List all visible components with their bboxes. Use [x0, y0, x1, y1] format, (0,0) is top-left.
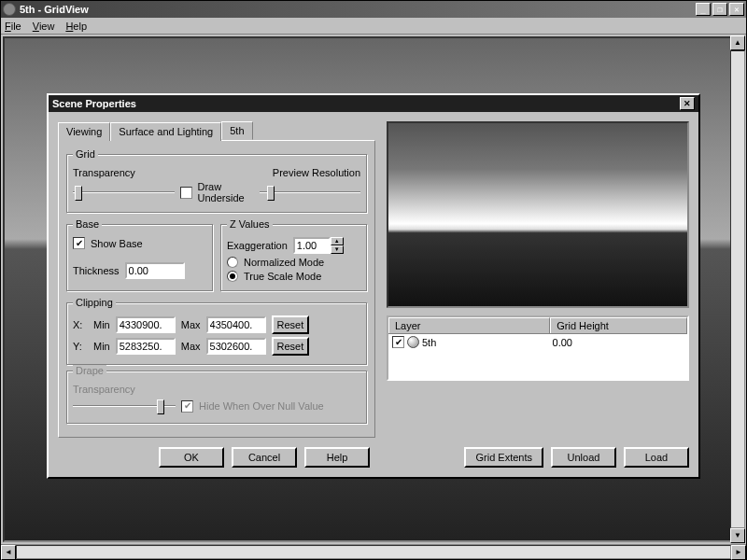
col-layer[interactable]: Layer	[388, 317, 550, 333]
grid-extents-button[interactable]: Grid Extents	[464, 447, 543, 468]
layer-visible-checkbox[interactable]: ✔	[392, 336, 404, 348]
clipping-legend: Clipping	[73, 297, 116, 308]
layer-list[interactable]: Layer Grid Height ✔ 5th 0.00	[387, 315, 689, 381]
tab-surface-lighting[interactable]: Surface and Lighting	[110, 122, 221, 141]
draw-underside-label: Draw Underside	[198, 181, 254, 203]
hide-null-checkbox: ✔	[181, 400, 193, 413]
clip-min-label-2: Min	[93, 341, 110, 352]
menu-help[interactable]: Help	[65, 21, 87, 32]
spin-down-icon[interactable]: ▼	[331, 245, 344, 254]
tab-strip: Viewing Surface and Lighting 5th	[58, 121, 375, 140]
help-button[interactable]: Help	[304, 447, 370, 468]
close-button[interactable]: ✕	[729, 3, 744, 16]
load-button[interactable]: Load	[624, 447, 689, 468]
clip-max-label-2: Max	[181, 341, 201, 352]
grid-transparency-slider[interactable]	[73, 184, 175, 201]
normalized-mode-radio[interactable]	[227, 257, 238, 268]
clip-y-min-input[interactable]	[116, 338, 176, 355]
layer-height: 0.00	[553, 337, 684, 348]
dialog-button-row: OK Cancel Help Grid Extents Unload Load	[49, 447, 698, 477]
normalized-mode-label: Normalized Mode	[244, 257, 324, 268]
preview-pane	[387, 121, 689, 308]
drape-group: Drape Transparency ✔ Hide When Over Null…	[66, 371, 367, 424]
cancel-button[interactable]: Cancel	[232, 447, 297, 468]
vertical-scrollbar[interactable]: ▲ ▼	[730, 35, 745, 543]
tab-viewing[interactable]: Viewing	[58, 122, 110, 141]
menu-file[interactable]: File	[5, 21, 21, 32]
exaggeration-label: Exaggeration	[227, 240, 288, 251]
clip-min-label: Min	[93, 319, 110, 330]
spin-up-icon[interactable]: ▲	[331, 237, 344, 245]
grid-legend: Grid	[73, 148, 98, 160]
maximize-button[interactable]: ❐	[712, 3, 727, 16]
grid-group: Grid Transparency Preview Resolution Dra…	[66, 154, 367, 213]
clip-x-max-input[interactable]	[206, 316, 266, 333]
main-titlebar[interactable]: 5th - GridView _ ❐ ✕	[1, 1, 746, 18]
scroll-left-icon[interactable]: ◄	[1, 545, 16, 560]
unload-button[interactable]: Unload	[551, 447, 616, 468]
true-scale-mode-label: True Scale Mode	[244, 271, 321, 282]
base-legend: Base	[73, 218, 102, 230]
preview-resolution-label: Preview Resolution	[273, 167, 360, 178]
true-scale-mode-radio[interactable]	[227, 271, 238, 282]
layer-row[interactable]: ✔ 5th 0.00	[388, 334, 687, 350]
dialog-titlebar[interactable]: Scene Properties ✕	[49, 95, 698, 112]
show-base-label: Show Base	[91, 238, 143, 249]
scene-properties-dialog: Scene Properties ✕ Viewing Surface and L…	[47, 93, 700, 479]
drape-transparency-slider	[73, 398, 176, 414]
layer-name: 5th	[422, 337, 436, 348]
app-icon	[3, 3, 16, 16]
minimize-button[interactable]: _	[696, 3, 711, 16]
drape-legend: Drape	[73, 365, 106, 376]
globe-icon	[407, 336, 419, 348]
drape-transparency-label: Transparency	[73, 384, 148, 395]
menu-view[interactable]: View	[33, 21, 55, 32]
exaggeration-input[interactable]	[293, 237, 331, 254]
window-title: 5th - GridView	[20, 4, 696, 15]
dialog-close-button[interactable]: ✕	[680, 97, 695, 110]
scroll-up-icon[interactable]: ▲	[730, 35, 745, 50]
preview-resolution-slider[interactable]	[260, 184, 361, 201]
horizontal-scrollbar[interactable]: ◄ ►	[1, 544, 746, 559]
tab-5th[interactable]: 5th	[221, 121, 252, 140]
clip-y-max-input[interactable]	[206, 338, 266, 355]
clip-x-label: X:	[73, 319, 88, 330]
draw-underside-checkbox[interactable]	[180, 187, 192, 199]
menubar: File View Help	[1, 18, 746, 35]
zvalues-legend: Z Values	[227, 218, 273, 230]
dialog-title: Scene Properties	[52, 98, 136, 109]
ok-button[interactable]: OK	[159, 447, 224, 468]
transparency-label: Transparency	[73, 167, 148, 178]
scroll-down-icon[interactable]: ▼	[730, 528, 745, 543]
clip-max-label: Max	[181, 319, 201, 330]
base-group: Base ✔ Show Base Thickness	[66, 224, 213, 291]
clipping-group: Clipping X: Min Max Reset Y: Min Max	[66, 302, 367, 365]
hide-null-label: Hide When Over Null Value	[199, 400, 324, 412]
scroll-right-icon[interactable]: ►	[731, 545, 746, 560]
clip-x-reset-button[interactable]: Reset	[272, 315, 310, 334]
thickness-input[interactable]	[125, 262, 185, 279]
show-base-checkbox[interactable]: ✔	[73, 237, 85, 249]
col-grid-height[interactable]: Grid Height	[550, 317, 687, 333]
tab-panel: Grid Transparency Preview Resolution Dra…	[58, 140, 375, 438]
thickness-label: Thickness	[73, 265, 120, 276]
clip-y-label: Y:	[73, 341, 88, 352]
zvalues-group: Z Values Exaggeration ▲▼ Normalized Mode	[220, 224, 367, 291]
clip-x-min-input[interactable]	[116, 316, 176, 333]
clip-y-reset-button[interactable]: Reset	[272, 337, 310, 356]
